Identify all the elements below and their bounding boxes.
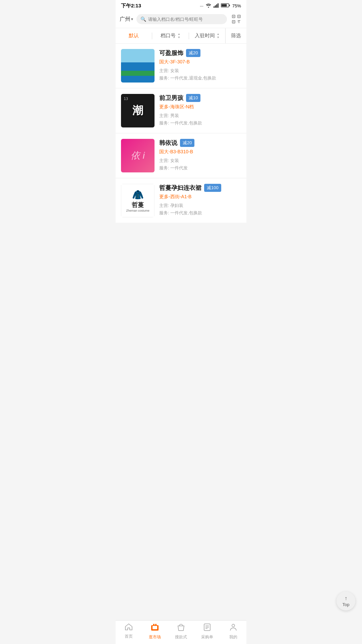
discount-badge-4: 减100 bbox=[204, 184, 221, 192]
store-location-3: 国大-B3-B310-B bbox=[159, 149, 241, 155]
battery-icon bbox=[221, 3, 230, 9]
chevron-down-icon: ▾ bbox=[131, 17, 133, 21]
store-name-3: 韩依说 bbox=[159, 139, 177, 147]
sort-arrows-join-time: ▲▼ bbox=[217, 33, 220, 39]
store-avatar-3: 依 i bbox=[121, 139, 155, 172]
status-bar: 下午2:13 ··· 75% bbox=[116, 0, 246, 10]
store-card-2[interactable]: 潮 13 前卫男孩 减10 更多-海珠区-N档 主营: 男装 服务: 一件代发,… bbox=[116, 89, 246, 133]
store-location-2: 更多-海珠区-N档 bbox=[159, 104, 241, 110]
store-info-4: 哲蔓孕妇连衣裙 减100 更多-西街-A1-B 主营: 孕妇装 服务: 一件代发… bbox=[159, 184, 241, 217]
store-main-business-3: 主营: 女装 bbox=[159, 158, 241, 164]
store-name-row-1: 可盈服饰 减20 bbox=[159, 49, 241, 57]
avatar-zheman-image: 🧥 哲蔓 Zheman costume bbox=[121, 184, 155, 217]
store-services-4: 服务: 一件代发,包换款 bbox=[159, 210, 241, 216]
discount-badge-3: 减20 bbox=[180, 139, 194, 147]
avatar-trendy-image: 潮 13 bbox=[121, 94, 155, 127]
filter-button[interactable]: 筛选 bbox=[225, 28, 246, 43]
store-info-1: 可盈服饰 减20 国大-3F-307-B 主营: 女装 服务: 一件代发,退现金… bbox=[159, 49, 241, 83]
sort-arrows-store-no: ▲▼ bbox=[178, 33, 180, 39]
store-info-3: 韩依说 减20 国大-B3-B310-B 主营: 女装 服务: 一件代发 bbox=[159, 139, 241, 172]
store-name-row-3: 韩依说 减20 bbox=[159, 139, 241, 147]
store-info-2: 前卫男孩 减10 更多-海珠区-N档 主营: 男装 服务: 一件代发,包换款 bbox=[159, 94, 241, 127]
filter-label: 筛选 bbox=[231, 33, 241, 38]
store-main-business-1: 主营: 女装 bbox=[159, 68, 241, 74]
store-name-1: 可盈服饰 bbox=[159, 49, 183, 57]
svg-rect-6 bbox=[221, 4, 227, 7]
discount-badge-2: 减10 bbox=[186, 94, 200, 102]
store-services-2: 服务: 一件代发,包换款 bbox=[159, 120, 241, 126]
sort-join-time-label: 入驻时间 bbox=[195, 33, 215, 39]
svg-rect-0 bbox=[214, 6, 215, 8]
sort-bar: 默认 档口号 ▲▼ 入驻时间 ▲▼ 筛选 bbox=[116, 28, 246, 44]
store-list: 可盈服饰 减20 国大-3F-307-B 主营: 女装 服务: 一件代发,退现金… bbox=[116, 44, 246, 250]
signal-icon bbox=[214, 3, 219, 9]
header: 广州 ▾ 🔍 bbox=[116, 10, 246, 28]
svg-rect-10 bbox=[233, 16, 234, 17]
store-name-row-2: 前卫男孩 减10 bbox=[159, 94, 241, 102]
svg-rect-2 bbox=[216, 4, 217, 8]
sort-default-label: 默认 bbox=[129, 33, 139, 39]
svg-rect-5 bbox=[229, 5, 230, 6]
store-name-2: 前卫男孩 bbox=[159, 94, 183, 102]
store-card-4[interactable]: 🧥 哲蔓 Zheman costume 哲蔓孕妇连衣裙 减100 更多-西街-A… bbox=[116, 178, 246, 223]
battery-percent: 75% bbox=[232, 3, 241, 8]
store-avatar-1 bbox=[121, 49, 155, 83]
status-icons: ··· 75% bbox=[200, 3, 241, 9]
search-bar[interactable]: 🔍 bbox=[136, 14, 227, 24]
bottom-spacer bbox=[116, 223, 246, 250]
store-main-business-4: 主营: 孕妇装 bbox=[159, 203, 241, 209]
store-main-business-2: 主营: 男装 bbox=[159, 113, 241, 119]
dots-icon: ··· bbox=[200, 3, 203, 8]
store-name-4: 哲蔓孕妇连衣裙 bbox=[159, 184, 201, 192]
avatar-pink-image: 依 i bbox=[121, 139, 155, 172]
search-input[interactable] bbox=[148, 17, 223, 22]
store-name-row-4: 哲蔓孕妇连衣裙 减100 bbox=[159, 184, 241, 192]
store-services-1: 服务: 一件代发,退现金,包换款 bbox=[159, 75, 241, 81]
search-icon: 🔍 bbox=[140, 16, 146, 22]
location-text: 广州 bbox=[120, 16, 130, 23]
store-location-4: 更多-西街-A1-B bbox=[159, 194, 241, 200]
store-card-1[interactable]: 可盈服饰 减20 国大-3F-307-B 主营: 女装 服务: 一件代发,退现金… bbox=[116, 44, 246, 88]
wifi-icon bbox=[205, 3, 212, 9]
sort-store-no[interactable]: 档口号 ▲▼ bbox=[152, 28, 188, 43]
avatar-island-image bbox=[121, 49, 155, 83]
svg-rect-12 bbox=[233, 21, 234, 22]
sort-join-time[interactable]: 入驻时间 ▲▼ bbox=[189, 28, 225, 43]
svg-rect-1 bbox=[215, 5, 216, 8]
sort-default[interactable]: 默认 bbox=[116, 28, 152, 43]
store-avatar-2: 潮 13 bbox=[121, 94, 155, 127]
svg-rect-3 bbox=[218, 3, 219, 8]
status-time: 下午2:13 bbox=[121, 3, 141, 9]
svg-rect-11 bbox=[239, 16, 240, 17]
discount-badge-1: 减20 bbox=[186, 49, 200, 57]
scan-icon bbox=[232, 15, 241, 23]
store-avatar-4: 🧥 哲蔓 Zheman costume bbox=[121, 184, 155, 217]
store-services-3: 服务: 一件代发 bbox=[159, 165, 241, 171]
scan-button[interactable] bbox=[230, 13, 242, 25]
store-card-3[interactable]: 依 i 韩依说 减20 国大-B3-B310-B 主营: 女装 服务: 一件代发 bbox=[116, 133, 246, 178]
location-button[interactable]: 广州 ▾ bbox=[120, 16, 133, 23]
sort-store-no-label: 档口号 bbox=[161, 33, 176, 39]
store-location-1: 国大-3F-307-B bbox=[159, 59, 241, 65]
